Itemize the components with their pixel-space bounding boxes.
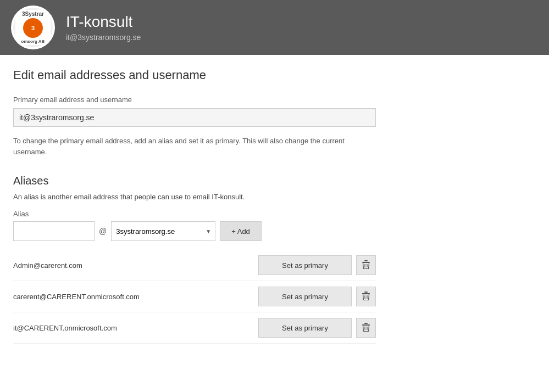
delete-alias-button[interactable] xyxy=(356,287,376,306)
set-primary-button[interactable]: Set as primary xyxy=(258,318,352,338)
alias-text-input[interactable] xyxy=(13,221,95,241)
alias-row: Admin@carerent.com Set as primary xyxy=(13,250,376,281)
add-alias-button[interactable]: + Add xyxy=(220,221,262,241)
trash-icon xyxy=(362,322,370,334)
logo-bottom-text: omsorg AB xyxy=(21,39,45,44)
set-primary-label: Set as primary xyxy=(282,293,328,301)
aliases-description: An alias is another email address that p… xyxy=(13,193,536,201)
alias-row: it@CARERENT.onmicrosoft.com Set as prima… xyxy=(13,312,376,344)
svg-rect-5 xyxy=(364,292,368,293)
primary-email-label: Primary email address and username xyxy=(13,96,536,104)
aliases-description-prefix: An alias is another email address that p… xyxy=(13,193,212,201)
alias-email: carerent@CARERENT.onmicrosoft.com xyxy=(13,293,258,301)
alias-input-row: @ 3systraromsorg.se ▼ + Add xyxy=(13,221,536,241)
add-alias-button-label: + Add xyxy=(231,227,250,236)
header: 3Systrar 3 omsorg AB IT-konsult it@3syst… xyxy=(0,0,549,55)
logo-circle-text: 3 xyxy=(31,25,35,31)
delete-alias-button[interactable] xyxy=(356,255,376,275)
aliases-description-suffix: . xyxy=(243,193,245,201)
set-primary-label: Set as primary xyxy=(282,261,328,270)
logo-top-text: 3Systrar xyxy=(22,11,44,17)
at-symbol: @ xyxy=(95,227,111,236)
trash-icon xyxy=(362,260,370,271)
page-title: Edit email addresses and username xyxy=(13,68,536,82)
set-primary-button[interactable]: Set as primary xyxy=(258,255,352,275)
logo-circle: 3 xyxy=(23,18,43,38)
domain-select[interactable]: 3systraromsorg.se xyxy=(111,221,215,241)
alias-input-label: Alias xyxy=(13,210,536,218)
svg-rect-9 xyxy=(364,323,368,324)
trash-icon xyxy=(362,291,370,303)
main-content: Edit email addresses and username Primar… xyxy=(0,55,549,357)
avatar: 3Systrar 3 omsorg AB xyxy=(11,5,55,49)
set-primary-button[interactable]: Set as primary xyxy=(258,287,352,306)
delete-alias-button[interactable] xyxy=(356,318,376,338)
alias-email: it@CARERENT.onmicrosoft.com xyxy=(13,324,258,332)
avatar-inner: 3Systrar 3 omsorg AB xyxy=(13,8,53,47)
header-text: IT-konsult it@3systraromsorg.se xyxy=(66,13,141,42)
svg-rect-1 xyxy=(364,260,368,261)
header-title: IT-konsult xyxy=(66,13,141,31)
aliases-section: Aliases An alias is another email addres… xyxy=(13,175,536,344)
alias-list: Admin@carerent.com Set as primary xyxy=(13,250,376,344)
aliases-title: Aliases xyxy=(13,175,536,187)
info-text: To change the primary email address, add… xyxy=(13,136,376,157)
alias-row: carerent@CARERENT.onmicrosoft.com Set as… xyxy=(13,281,376,312)
primary-email-input[interactable] xyxy=(13,108,376,127)
domain-select-wrapper: 3systraromsorg.se ▼ xyxy=(111,221,215,241)
company-logo: 3Systrar 3 omsorg AB xyxy=(15,10,51,45)
header-subtitle: it@3systraromsorg.se xyxy=(66,33,141,42)
alias-email: Admin@carerent.com xyxy=(13,261,258,270)
aliases-description-name: IT-konsult xyxy=(212,193,242,201)
set-primary-label: Set as primary xyxy=(282,324,328,332)
